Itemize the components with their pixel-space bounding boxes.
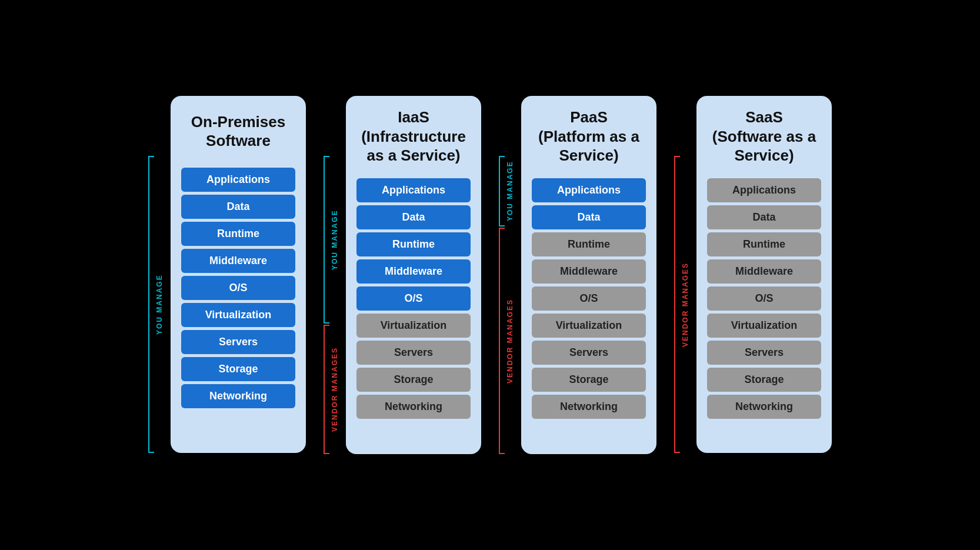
on-premises-labels: YOU MANAGE [148, 96, 169, 453]
stack-item: O/S [356, 286, 471, 311]
stack-item: Data [532, 205, 646, 229]
iaas-section: YOU MANAGE VENDOR MANAGES IaaS(Infrastru… [324, 96, 481, 454]
saas-stack: Applications Data Runtime Middleware O/S… [707, 178, 821, 419]
stack-item: O/S [532, 286, 646, 311]
stack-item: Networking [181, 384, 295, 408]
stack-item: Storage [181, 357, 295, 381]
stack-item: Servers [356, 341, 471, 365]
vendor-manages-block-2: VENDOR MANAGES [324, 325, 345, 454]
you-manage-block-3: YOU MANAGE [499, 156, 520, 226]
stack-item: Middleware [532, 259, 646, 284]
stack-item: Servers [532, 341, 646, 365]
paas-labels: YOU MANAGE VENDOR MANAGES [499, 96, 520, 454]
paas-section: YOU MANAGE VENDOR MANAGES PaaS(Platform … [499, 96, 656, 454]
iaas-labels: YOU MANAGE VENDOR MANAGES [324, 96, 345, 454]
stack-item: Runtime [532, 232, 646, 256]
saas-labels: VENDOR MANAGES [674, 96, 695, 453]
cloud-comparison-diagram: YOU MANAGE On-PremisesSoftware Applicati… [119, 72, 861, 478]
vendor-manages-block-3: VENDOR MANAGES [499, 228, 520, 454]
iaas-stack: Applications Data Runtime Middleware O/S… [356, 178, 471, 419]
stack-item: Virtualization [181, 303, 295, 327]
stack-item: Runtime [181, 222, 295, 246]
vendor-manages-label-2: VENDOR MANAGES [331, 325, 339, 454]
paas-stack: Applications Data Runtime Middleware O/S… [532, 178, 646, 419]
you-manage-label-1: YOU MANAGE [155, 156, 164, 453]
paas-column: PaaS(Platform as aService) Applications … [521, 96, 656, 454]
you-manage-label-3: YOU MANAGE [506, 156, 514, 226]
iaas-column: IaaS(Infrastructureas a Service) Applica… [346, 96, 481, 454]
stack-item: Virtualization [356, 314, 471, 338]
stack-item: Applications [356, 178, 471, 202]
vendor-manages-label-3: VENDOR MANAGES [506, 228, 514, 454]
on-premises-title: On-PremisesSoftware [191, 108, 285, 155]
stack-item: Data [181, 195, 295, 219]
stack-item: Middleware [707, 259, 821, 284]
stack-item: Servers [707, 341, 821, 365]
stack-item: Virtualization [532, 314, 646, 338]
paas-title: PaaS(Platform as aService) [538, 108, 639, 165]
saas-title: SaaS(Software as aService) [712, 108, 816, 165]
stack-item: Networking [356, 395, 471, 419]
you-manage-block-2: YOU MANAGE [324, 156, 345, 324]
stack-item: Applications [181, 168, 295, 192]
vendor-manages-label-4: VENDOR MANAGES [681, 156, 689, 453]
saas-section: VENDOR MANAGES SaaS(Software as aService… [674, 96, 832, 453]
stack-item: Applications [532, 178, 646, 202]
you-manage-block-1: YOU MANAGE [148, 156, 169, 453]
stack-item: Virtualization [707, 314, 821, 338]
stack-item: Middleware [181, 249, 295, 273]
stack-item: Storage [707, 368, 821, 392]
on-premises-section: YOU MANAGE On-PremisesSoftware Applicati… [148, 96, 306, 453]
saas-column: SaaS(Software as aService) Applications … [696, 96, 832, 453]
stack-item: O/S [707, 286, 821, 311]
stack-item: Storage [356, 368, 471, 392]
stack-item: Networking [707, 395, 821, 419]
vendor-manages-block-4: VENDOR MANAGES [674, 156, 695, 453]
stack-item: Runtime [707, 232, 821, 256]
you-manage-label-2: YOU MANAGE [331, 156, 339, 324]
stack-item: Networking [532, 395, 646, 419]
stack-item: Applications [707, 178, 821, 202]
stack-item: Middleware [356, 259, 471, 284]
stack-item: Servers [181, 330, 295, 354]
stack-item: Storage [532, 368, 646, 392]
on-premises-stack: Applications Data Runtime Middleware O/S… [181, 168, 295, 408]
stack-item: O/S [181, 276, 295, 300]
stack-item: Data [707, 205, 821, 229]
iaas-title: IaaS(Infrastructureas a Service) [361, 108, 466, 165]
stack-item: Runtime [356, 232, 471, 256]
on-premises-column: On-PremisesSoftware Applications Data Ru… [171, 96, 306, 453]
stack-item: Data [356, 205, 471, 229]
